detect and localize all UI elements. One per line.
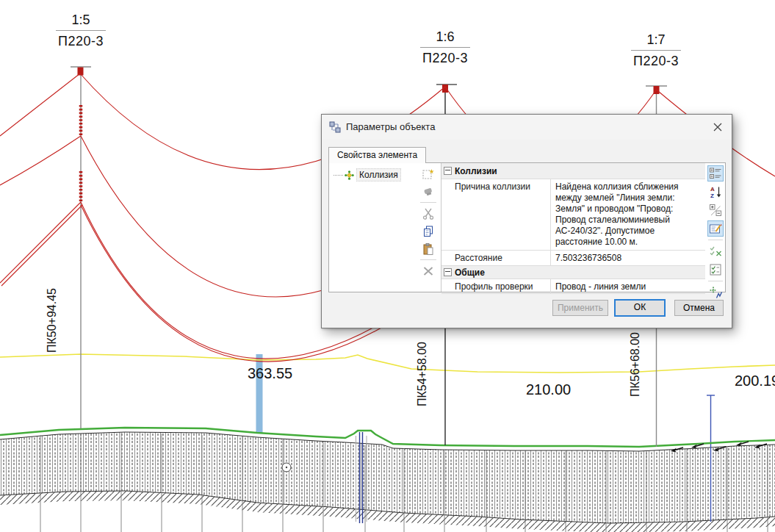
toolbar-separator	[708, 281, 723, 281]
edit-value-icon[interactable]	[707, 220, 724, 237]
apply-button[interactable]: Применить	[552, 300, 608, 316]
close-icon[interactable]	[708, 118, 727, 136]
svg-text:Z: Z	[710, 193, 714, 199]
property-value[interactable]: Провод - линия земли	[550, 279, 705, 293]
tower-type: П220-3	[621, 51, 691, 69]
pick-object-icon[interactable]	[707, 284, 724, 301]
tower-ratio: 1:7	[631, 32, 681, 51]
element-tree: Коллизия	[329, 163, 415, 292]
tower-ratio: 1:5	[56, 12, 106, 31]
property-value[interactable]: Найдена коллизия сближения между землей …	[550, 179, 705, 250]
property-row-distance: Расстояние 7.503236736508	[441, 251, 705, 266]
left-toolbar	[415, 163, 441, 292]
tree-connector	[334, 175, 343, 176]
toolbar-separator	[420, 202, 436, 203]
cancel-button[interactable]: Отмена	[674, 300, 724, 316]
ok-button[interactable]: ОК	[614, 299, 666, 317]
checklist-icon[interactable]	[707, 262, 724, 278]
tower-ratio: 1:6	[420, 29, 470, 48]
benchmark-symbol	[282, 463, 291, 472]
copy-icon[interactable]	[422, 225, 435, 238]
property-label: Расстояние	[453, 251, 550, 265]
tower-type: П220-3	[410, 48, 480, 66]
property-row-profile: Профиль проверки Провод - линия земли	[441, 279, 705, 294]
tower-type: П220-3	[46, 31, 116, 49]
add-item-icon[interactable]	[422, 168, 435, 181]
application-canvas: 1:5 П220-3 1:6 П220-3 1:7 П220-3 ПК50+94…	[0, 0, 775, 532]
delete-icon[interactable]	[422, 265, 435, 278]
tower-label-1: 1:5 П220-3	[46, 12, 116, 49]
span-length-2: 210.00	[526, 381, 571, 398]
tower-label-2: 1:6 П220-3	[410, 29, 480, 66]
multi-edit-icon[interactable]	[707, 243, 724, 259]
collapse-box-icon[interactable]	[444, 167, 452, 175]
property-value[interactable]: 7.503236736508	[550, 251, 705, 265]
station-label-2: ПК54+58.00	[416, 342, 429, 406]
tab-element-properties[interactable]: Свойства элемента	[328, 147, 426, 163]
tower-1[interactable]	[71, 67, 91, 428]
right-toolbar: A Z	[705, 163, 727, 292]
paste-icon[interactable]	[422, 242, 435, 256]
dialog-titlebar[interactable]: Параметры объекта	[322, 115, 732, 140]
stamp-icon[interactable]	[422, 185, 435, 198]
terrain-line	[0, 354, 775, 373]
property-grid: Коллизии Причина коллизии Найдена коллиз…	[441, 163, 705, 292]
property-label: Причина коллизии	[453, 179, 550, 250]
tree-item-collision[interactable]: Коллизия	[334, 168, 401, 181]
span-length-1: 363.55	[248, 365, 292, 382]
collision-node-icon	[345, 170, 354, 180]
property-group-header[interactable]: Коллизии	[441, 163, 705, 179]
toolbar-separator	[708, 240, 723, 240]
dialog-title: Параметры объекта	[346, 121, 435, 132]
properties-panel: Коллизия	[328, 162, 726, 292]
sort-az-icon[interactable]: A Z	[707, 184, 724, 200]
toolbar-separator	[420, 259, 436, 260]
collapse-box-icon[interactable]	[444, 268, 452, 276]
tree-item-label[interactable]: Коллизия	[356, 168, 401, 181]
span-length-3: 200.19	[735, 373, 775, 389]
expand-collapse-icon[interactable]	[707, 202, 724, 218]
dialog-app-icon	[329, 121, 341, 133]
station-label-1: ПК50+94.45	[46, 288, 59, 353]
tower-label-3: 1:7 П220-3	[621, 32, 691, 69]
station-label-3: ПК56+68.00	[629, 332, 642, 397]
property-label: Профиль проверки	[453, 279, 550, 293]
categorized-view-icon[interactable]	[707, 165, 724, 181]
object-parameters-dialog: Параметры объекта Свойства элемента	[321, 114, 732, 328]
property-group-header[interactable]: Общие	[441, 266, 705, 279]
cut-icon[interactable]	[422, 207, 435, 220]
property-row-reason: Причина коллизии Найдена коллизия сближе…	[441, 179, 705, 251]
